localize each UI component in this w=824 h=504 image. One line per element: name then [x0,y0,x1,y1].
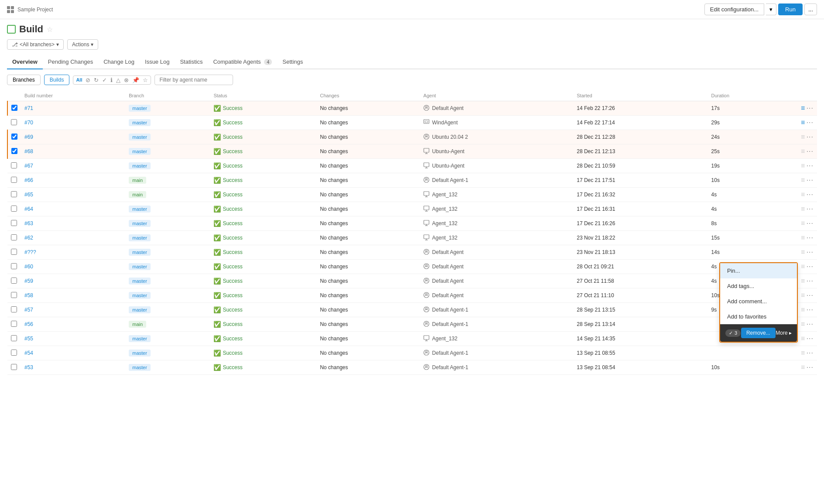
row-menu-button[interactable]: ··· [807,335,814,342]
row-checkbox[interactable] [11,134,17,140]
tab-statistics[interactable]: Statistics [175,55,208,69]
star-icon[interactable]: ☆ [47,25,53,34]
branch-badge: master [129,350,151,357]
row-menu-button[interactable]: ··· [807,248,814,256]
agent-filter-input[interactable] [154,75,233,85]
build-number-link[interactable]: #62 [24,235,33,241]
changes-cell: No changes [316,245,420,260]
build-number-link[interactable]: #71 [24,105,33,111]
row-menu-button[interactable]: ··· [807,219,814,227]
build-number-link[interactable]: #53 [24,364,33,370]
row-checkbox[interactable] [11,321,17,327]
layers-icon[interactable]: ≡ [801,119,805,126]
build-number-link[interactable]: #69 [24,134,33,140]
row-menu-button[interactable]: ··· [807,320,814,328]
row-menu-button[interactable]: ··· [807,191,814,198]
row-menu-button[interactable]: ··· [807,263,814,270]
build-number-link[interactable]: #58 [24,292,33,298]
context-menu-pin[interactable]: Pin... [720,263,797,278]
warning-filter-icon[interactable]: △ [116,77,120,83]
row-menu-button[interactable]: ··· [807,162,814,169]
build-number-link[interactable]: #70 [24,120,33,126]
info-filter-icon[interactable]: ℹ [110,77,113,83]
build-number-link[interactable]: #54 [24,350,33,356]
build-number-link[interactable]: #65 [24,192,33,198]
build-number-link[interactable]: #57 [24,307,33,313]
branches-sub-button[interactable]: Branches [7,75,41,85]
status-cell: ✅ Success [213,134,313,141]
row-checkbox[interactable] [11,278,17,284]
tab-compatible-agents[interactable]: Compatible Agents 4 [208,55,277,69]
row-checkbox[interactable] [11,364,17,370]
build-number-link[interactable]: #56 [24,321,33,327]
refresh-filter-icon[interactable]: ↻ [94,77,99,83]
builds-sub-button[interactable]: Builds [44,75,70,85]
row-menu-button[interactable]: ··· [807,176,814,184]
row-checkbox[interactable] [11,263,17,269]
row-menu-button[interactable]: ··· [807,363,814,371]
edit-config-dropdown[interactable]: ▾ [766,3,776,15]
build-number-link[interactable]: #59 [24,278,33,284]
row-menu-button[interactable]: ··· [807,234,814,241]
row-menu-button[interactable]: ··· [807,306,814,313]
check-filter-icon[interactable]: ✓ [102,77,107,83]
build-number-link[interactable]: #67 [24,163,33,169]
row-checkbox[interactable] [11,350,17,356]
duration-cell: 17s [708,101,782,116]
row-checkbox[interactable] [11,306,17,312]
started-cell: 14 Feb 22 17:14 [573,116,708,130]
pin-filter-icon[interactable]: 📌 [132,77,139,83]
block-filter-icon[interactable]: ⊘ [86,77,90,83]
row-checkbox[interactable] [11,234,17,240]
layers-icon[interactable]: ≡ [801,104,805,112]
tab-settings[interactable]: Settings [277,55,308,69]
build-number-link[interactable]: #64 [24,206,33,212]
row-menu-button[interactable]: ··· [807,119,814,126]
agent-icon [423,249,429,256]
more-button[interactable]: ... [804,3,817,15]
cancel-filter-icon[interactable]: ⊗ [124,77,129,83]
row-menu-button[interactable]: ··· [807,205,814,213]
row-checkbox[interactable] [11,249,17,255]
build-number-link[interactable]: #60 [24,264,33,270]
row-checkbox[interactable] [11,119,17,125]
row-checkbox[interactable] [11,162,17,168]
row-menu-button[interactable]: ··· [807,104,814,112]
row-menu-button[interactable]: ··· [807,133,814,141]
build-number-link[interactable]: #55 [24,336,33,342]
row-checkbox[interactable] [11,177,17,183]
tab-pending-changes[interactable]: Pending Changes [43,55,98,69]
actions-dropdown[interactable]: Actions ▾ [67,39,98,50]
branches-dropdown[interactable]: ⎇ <All branches> ▾ [7,39,64,50]
duration-cell: 29s [708,116,782,130]
all-filter-icon[interactable]: All [76,77,82,82]
row-checkbox[interactable] [11,148,17,154]
remove-button[interactable]: Remove... [741,328,776,338]
row-checkbox[interactable] [11,292,17,298]
build-number-link[interactable]: #63 [24,220,33,226]
row-checkbox[interactable] [11,220,17,226]
run-button[interactable]: Run [778,3,803,15]
more-dark-button[interactable]: More ▸ [776,330,792,336]
build-number-link[interactable]: #66 [24,177,33,183]
edit-config-button[interactable]: Edit configuration... [704,3,764,15]
tab-issue-log[interactable]: Issue Log [140,55,175,69]
row-checkbox[interactable] [11,335,17,341]
row-checkbox[interactable] [11,105,17,111]
tab-overview[interactable]: Overview [7,55,43,69]
row-checkbox[interactable] [11,191,17,197]
context-menu-add-tags[interactable]: Add tags... [720,278,797,294]
row-checkbox[interactable] [11,206,17,212]
context-menu-add-comment[interactable]: Add comment... [720,294,797,309]
row-menu-button[interactable]: ··· [807,291,814,299]
row-menu-button[interactable]: ··· [807,147,814,155]
row-menu-button[interactable]: ··· [807,349,814,357]
build-number-link[interactable]: #68 [24,148,33,154]
build-number-link[interactable]: #??? [24,249,36,255]
row-menu-button[interactable]: ··· [807,277,814,285]
agent-icon [423,162,429,170]
table-row: #57 master ✅ Success No changes Default … [7,303,817,317]
star-filter-icon[interactable]: ☆ [143,77,148,83]
context-menu-add-favorites[interactable]: Add to favorites [720,309,797,324]
tab-change-log[interactable]: Change Log [98,55,140,69]
